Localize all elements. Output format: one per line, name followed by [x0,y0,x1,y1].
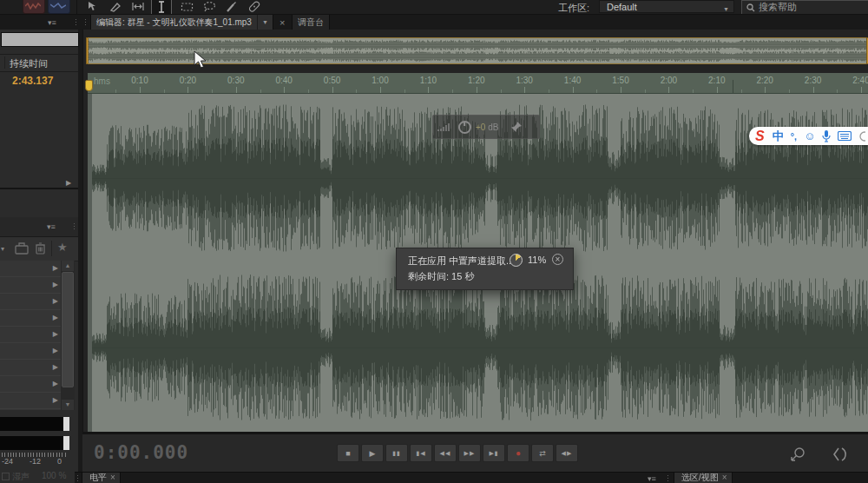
preset-toolbar: ▾ ★ [0,237,78,261]
rewind-button[interactable]: ◀◀ [434,444,457,462]
waveform-icon [25,3,41,10]
tab-dropdown-icon[interactable]: ▼ [257,15,273,30]
microphone-icon[interactable] [822,130,831,142]
go-to-end-button[interactable]: ▶▮ [483,444,505,462]
ruler-tick-label: 0:40 [270,76,298,85]
editor-group-grip[interactable] [84,18,88,26]
go-to-start-button[interactable]: ▮◀ [410,444,432,462]
favorite-star-icon[interactable]: ★ [57,241,68,254]
rack-scrollbar[interactable]: ▲ ▼ [61,261,75,410]
scroll-up-icon[interactable]: ▲ [62,261,74,271]
record-button[interactable]: ● [507,444,529,462]
effects-rack-slot[interactable]: ▶ [0,376,61,393]
clip-indicator [62,436,69,450]
selection-panel-menu-icon[interactable]: ▾≡ [648,474,656,483]
slot-arrow-icon[interactable]: ▶ [53,396,58,404]
effects-rack-slot[interactable]: ▶ [0,310,61,327]
workspace-dropdown[interactable]: Default ▼ [599,0,734,13]
skip-selection-button[interactable]: ◀▶ [556,444,578,462]
waveform-view-button[interactable] [23,0,45,14]
multitrack-view-button[interactable] [48,0,70,14]
ruler-tick [477,87,477,93]
ime-more-icon[interactable] [858,130,865,142]
volume-hud[interactable]: +0 dB [432,115,540,139]
stop-button[interactable]: ■ [337,444,359,462]
ime-punctuation-icon[interactable]: °, [791,131,797,142]
slot-arrow-icon[interactable]: ▶ [53,297,58,305]
tab-editor[interactable]: 编辑器: 群星 - 文明礼仪歌伴奏1_01.mp3▼ [90,15,273,30]
ime-mode-chinese[interactable]: 中 [773,129,784,144]
expand-arrow-icon[interactable]: ▶ [66,179,71,187]
sogou-logo[interactable]: S [755,129,765,144]
panel-menu-icon[interactable]: ▾≡ [48,18,56,27]
levels-tab-close-icon[interactable]: × [110,473,120,482]
ruler-tick-label: 2:10 [703,76,731,85]
loop-playback-button[interactable]: ⇄ [531,444,554,462]
marquee-selection-tool[interactable] [177,0,196,14]
ruler-tick [789,89,790,93]
keyboard-icon[interactable] [838,131,852,141]
save-preset-icon[interactable] [15,242,29,255]
slot-arrow-icon[interactable]: ▶ [53,281,58,288]
slip-tool[interactable] [128,0,148,14]
slot-arrow-icon[interactable]: ▶ [53,347,58,354]
emoji-icon[interactable]: ☺ [804,129,815,142]
cancel-progress-icon[interactable]: × [552,254,563,265]
slot-arrow-icon[interactable]: ▶ [53,314,58,321]
tab-mixer[interactable]: 调音台 [292,15,330,30]
effects-rack-slot[interactable]: ▶ [0,327,61,343]
scrollbar-thumb[interactable] [62,272,74,387]
effects-rack-slot[interactable]: ▶ [0,343,61,360]
time-selection-tool[interactable] [151,0,172,15]
scroll-down-icon[interactable]: ▼ [62,400,74,410]
effects-rack-slot[interactable]: ▶ [0,393,61,409]
ruler-tick [645,89,646,93]
search-placeholder: 搜索帮助 [759,1,797,14]
ruler-tick [236,87,237,93]
file-info-field[interactable] [1,32,79,47]
lasso-selection-tool[interactable] [200,0,219,14]
ruler-tick-label: 2:20 [751,76,779,85]
effects-rack-slot[interactable]: ▶ [0,294,61,310]
effects-rack-slot[interactable]: ▶ [0,261,61,277]
fast-forward-button[interactable]: ▶▶ [458,444,481,462]
trash-icon[interactable] [35,242,46,255]
pause-button[interactable]: ▮▮ [385,444,408,462]
slot-arrow-icon[interactable]: ▶ [53,330,58,338]
razor-tool[interactable] [106,0,125,14]
ruler-tick-label: 0:50 [319,76,346,85]
slip-tool-icon [132,1,144,12]
levels-panel-grip[interactable] [76,474,80,482]
selection-panel-grip[interactable] [667,474,670,482]
preset-dropdown-icon[interactable]: ▾ [1,245,4,253]
panel-grip[interactable] [75,18,78,26]
effects-rack-slot[interactable]: ▶ [0,277,61,294]
slot-arrow-icon[interactable]: ▶ [53,380,58,387]
gain-knob[interactable] [458,121,471,134]
editor-tab-close-icon[interactable]: × [279,16,285,30]
paintbrush-selection-tool[interactable] [222,0,241,14]
ruler-tick-label: 1:50 [607,76,635,85]
ime-toolbar[interactable]: S 中 °, ☺ [749,127,868,145]
timeline-ruler[interactable]: hms 0:100:200:300:400:501:001:101:201:30… [88,73,868,94]
slot-arrow-icon[interactable]: ▶ [53,363,58,371]
zoom-tool-icon[interactable] [790,447,807,462]
selection-view-tab-close-icon[interactable]: × [722,473,732,482]
play-button[interactable]: ▶ [361,444,384,462]
wet-checkbox[interactable] [2,473,10,480]
zoom-in-partial-icon[interactable] [833,447,847,462]
move-tool[interactable] [83,0,102,14]
pin-icon[interactable] [510,121,523,133]
tab-levels[interactable]: 电平× [82,473,121,483]
slot-arrow-icon[interactable]: ▶ [53,264,58,272]
tab-selection-view[interactable]: 选区/视图× [674,473,733,483]
spot-healing-brush-tool[interactable] [245,0,264,14]
time-display[interactable]: 0:00.000 [94,442,188,463]
effects-rack-slot[interactable]: ▶ [0,360,61,376]
ruler-tick-label: 1:40 [559,76,587,85]
playhead-marker[interactable] [85,80,93,91]
rack-panel-menu-icon[interactable]: ▾≡ [47,222,56,231]
rack-panel-grip[interactable] [73,222,76,230]
help-search-input[interactable]: 搜索帮助 [741,0,868,15]
ruler-tick [573,87,574,93]
